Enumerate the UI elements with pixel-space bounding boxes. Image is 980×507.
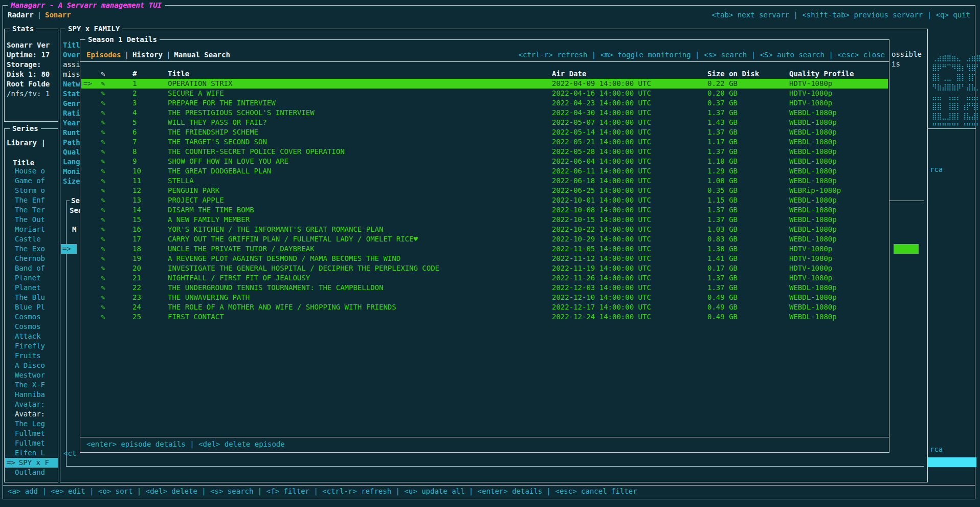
- episodes-table-header: ✎ # Title Air Date Size on Disk Quality …: [81, 69, 888, 79]
- pencil-icon: ✎: [101, 283, 132, 293]
- series-list-item[interactable]: Game of: [5, 176, 58, 186]
- episode-row[interactable]: ✎23THE UNWAVERING PATH2022-12-10 14:00:0…: [81, 293, 888, 302]
- series-list-item[interactable]: The Out: [5, 215, 58, 225]
- episode-row[interactable]: ✎12PENGUIN PARK2022-06-25 14:00:00 UTC0.…: [81, 186, 888, 195]
- episode-title: THE UNWAVERING PATH: [168, 293, 552, 302]
- tab-radarr[interactable]: Radarr: [8, 11, 34, 19]
- episode-row[interactable]: ✎22THE UNDERGROUND TENNIS TOURNAMENT: TH…: [81, 283, 888, 293]
- series-list-item[interactable]: Fullmet: [5, 429, 58, 438]
- episode-number: 7: [132, 137, 168, 147]
- series-list-item[interactable]: Fullmet: [5, 438, 58, 448]
- pencil-icon: ✎: [101, 137, 132, 147]
- episode-row[interactable]: ✎20INVESTIGATE THE GENERAL HOSPITAL / DE…: [81, 263, 888, 273]
- stat-uptime: Uptime: 17: [7, 50, 57, 60]
- episode-row[interactable]: ✎5WILL THEY PASS OR FAIL?2022-05-07 14:0…: [81, 118, 888, 127]
- series-list-item-selected[interactable]: =>SPY x F: [5, 458, 58, 468]
- episode-row[interactable]: ✎2SECURE A WIFE2022-04-16 14:00:00 UTC0.…: [81, 89, 888, 98]
- episode-row[interactable]: ✎24THE ROLE OF A MOTHER AND WIFE / SHOPP…: [81, 302, 888, 312]
- series-list-item[interactable]: The Leg: [5, 419, 58, 429]
- selected-season-row-fragment[interactable]: =>: [61, 244, 77, 254]
- episode-row[interactable]: ✎7THE TARGET'S SECOND SON2022-05-21 14:0…: [81, 137, 888, 147]
- selection-arrow: [81, 244, 101, 254]
- episode-size: 1.37 GB: [707, 127, 789, 137]
- episode-size: 1.37 GB: [707, 205, 789, 215]
- episode-number: 17: [132, 234, 168, 244]
- overview-text-fragment: ossible: [892, 50, 922, 59]
- season-details-overlay: Season 1 Details Episodes|History|Manual…: [80, 39, 889, 453]
- episode-row[interactable]: ✎14DISARM THE TIME BOMB2022-10-08 14:00:…: [81, 205, 888, 215]
- series-list-item[interactable]: Avatar:: [5, 409, 58, 419]
- header-air-date: Air Date: [552, 69, 707, 79]
- series-list-item[interactable]: Band of: [5, 263, 58, 273]
- series-list-item[interactable]: Westwor: [5, 370, 58, 380]
- series-list-item[interactable]: House o: [5, 166, 58, 176]
- episode-row-selected[interactable]: =>✎1OPERATION STRIX2022-04-09 14:00:00 U…: [81, 79, 888, 89]
- series-list-item[interactable]: Planet: [5, 273, 58, 283]
- selection-arrow: [81, 293, 101, 302]
- series-list-item[interactable]: Planet: [5, 283, 58, 293]
- tab-history[interactable]: History: [132, 51, 163, 59]
- series-list-item[interactable]: The Exo: [5, 244, 58, 254]
- episode-row[interactable]: ✎17CARRY OUT THE GRIFFIN PLAN / FULLMETA…: [81, 234, 888, 244]
- selection-arrow: [81, 273, 101, 283]
- series-list-item[interactable]: Castle: [5, 234, 58, 244]
- series-list-item[interactable]: Blue Pl: [5, 302, 58, 312]
- selected-series-row-fragment: [928, 457, 976, 467]
- episode-title: A NEW FAMILY MEMBER: [168, 215, 552, 225]
- episode-row[interactable]: ✎15A NEW FAMILY MEMBER2022-10-15 14:00:0…: [81, 215, 888, 225]
- episode-air-date: 2022-10-01 14:00:00 UTC: [552, 195, 707, 205]
- series-list-item[interactable]: The Enf: [5, 195, 58, 205]
- episode-quality: WEBDL-1080p: [789, 147, 888, 157]
- table-text-fragment: rca: [930, 165, 943, 174]
- series-list-item[interactable]: Chernob: [5, 254, 58, 263]
- tab-episodes[interactable]: Episodes: [86, 51, 121, 59]
- selection-arrow: [81, 157, 101, 166]
- stats-panel: Stats Sonarr Ver Uptime: 17 Storage: Dis…: [4, 29, 58, 122]
- episode-row[interactable]: ✎19A REVENGE PLOT AGAINST DESMOND / MAMA…: [81, 254, 888, 263]
- episode-row[interactable]: ✎6THE FRIENDSHIP SCHEME2022-05-14 14:00:…: [81, 127, 888, 137]
- series-list-item[interactable]: Cosmos: [5, 312, 58, 322]
- series-list-item[interactable]: Moriart: [5, 225, 58, 234]
- episode-row[interactable]: ✎18UNCLE THE PRIVATE TUTOR / DAYBREAK202…: [81, 244, 888, 254]
- stat-sonarr-version: Sonarr Ver: [7, 40, 57, 50]
- selection-arrow: [81, 137, 101, 147]
- pencil-icon: ✎: [101, 157, 132, 166]
- episode-row[interactable]: ✎9SHOW OFF HOW IN LOVE YOU ARE2022-06-04…: [81, 157, 888, 166]
- episode-title: OPERATION STRIX: [168, 79, 552, 89]
- episode-row[interactable]: ✎3PREPARE FOR THE INTERVIEW2022-04-23 14…: [81, 98, 888, 108]
- series-list-item[interactable]: Fruits: [5, 351, 58, 361]
- episode-row[interactable]: ✎21NIGHTFALL / FIRST FIT OF JEALOUSY2022…: [81, 273, 888, 283]
- episode-air-date: 2022-04-23 14:00:00 UTC: [552, 98, 707, 108]
- series-list-item[interactable]: Storm o: [5, 186, 58, 195]
- header-title: Title: [168, 69, 552, 79]
- series-list-item[interactable]: Attack: [5, 332, 58, 341]
- episode-air-date: 2022-12-17 14:00:00 UTC: [552, 302, 707, 312]
- tab-sonarr[interactable]: Sonarr: [45, 11, 71, 19]
- series-list-item[interactable]: Hanniba: [5, 390, 58, 400]
- episode-number: 14: [132, 205, 168, 215]
- series-list-item[interactable]: A Disco: [5, 361, 58, 370]
- episode-row[interactable]: ✎16YOR'S KITCHEN / THE INFORMANT'S GREAT…: [81, 225, 888, 234]
- series-list-item[interactable]: Firefly: [5, 341, 58, 351]
- episode-row[interactable]: ✎13PROJECT APPLE2022-10-01 14:00:00 UTC1…: [81, 195, 888, 205]
- tab-manual-search[interactable]: Manual Search: [174, 51, 230, 59]
- episode-row[interactable]: ✎25FIRST CONTACT2022-12-24 14:00:00 UTC0…: [81, 312, 888, 322]
- series-list-item[interactable]: Cosmos: [5, 322, 58, 332]
- episode-row[interactable]: ✎10THE GREAT DODGEBALL PLAN2022-06-11 14…: [81, 166, 888, 176]
- series-list-item[interactable]: The X-F: [5, 380, 58, 390]
- episode-row[interactable]: ✎11STELLA2022-06-18 14:00:00 UTC1.00 GBW…: [81, 176, 888, 186]
- series-list-item[interactable]: The Blu: [5, 293, 58, 302]
- series-list-item[interactable]: The Ter: [5, 205, 58, 215]
- episode-row[interactable]: ✎4THE PRESTIGIOUS SCHOOL'S INTERVIEW2022…: [81, 108, 888, 118]
- episode-title: WILL THEY PASS OR FAIL?: [168, 118, 552, 127]
- episode-size: 1.00 GB: [707, 176, 789, 186]
- episode-row[interactable]: ✎8THE COUNTER-SECRET POLICE COVER OPERAT…: [81, 147, 888, 157]
- tab-library[interactable]: Library |: [7, 138, 46, 148]
- episode-size: 1.37 GB: [707, 108, 789, 118]
- tabbar-divider: [80, 61, 889, 62]
- selection-arrow: [81, 166, 101, 176]
- series-list-item[interactable]: Outland: [5, 468, 58, 477]
- episode-number: 18: [132, 244, 168, 254]
- series-list-item[interactable]: Elfen L: [5, 448, 58, 458]
- series-list-item[interactable]: Avatar:: [5, 400, 58, 409]
